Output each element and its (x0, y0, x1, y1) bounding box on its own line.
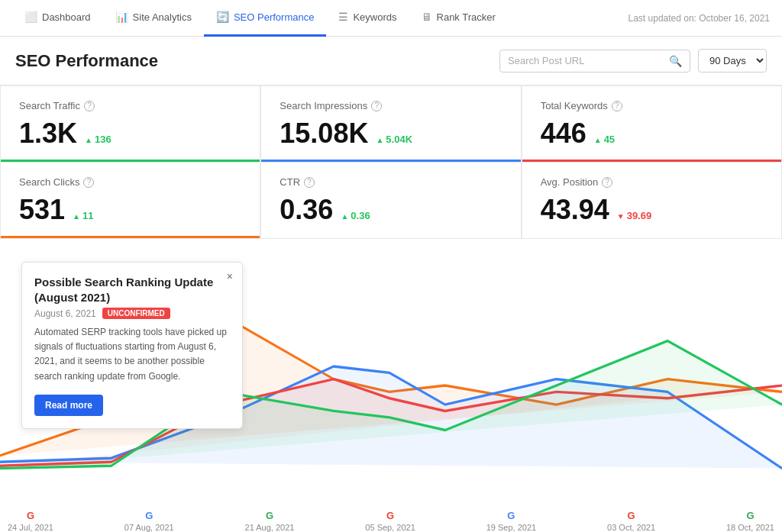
tab-dashboard[interactable]: ⬜ Dashboard (12, 0, 103, 37)
down-arrow-icon (617, 210, 625, 221)
ctr-change: 0.36 (341, 210, 370, 221)
g-marker-7: G (746, 510, 754, 521)
search-clicks-value: 531 11 (19, 194, 241, 226)
metrics-row1: Search Traffic ? 1.3K 136 Search Impress… (0, 85, 782, 162)
days-select[interactable]: 90 Days 30 Days 7 Days (698, 49, 767, 73)
tab-rank-tracker[interactable]: 🖥 Rank Tracker (409, 0, 508, 37)
metrics-row2: Search Clicks ? 531 11 CTR ? 0.36 0.36 (0, 162, 782, 239)
search-input[interactable] (508, 55, 663, 66)
popup-close-button[interactable]: × (227, 270, 233, 282)
popup-badge: UNCONFIRMED (102, 308, 170, 319)
tab-dashboard-label: Dashboard (42, 11, 91, 23)
avg-position-label: Avg. Position ? (541, 176, 763, 188)
g-marker-6: G (628, 510, 635, 521)
x-axis: G 24 Jul, 2021 G 07 Aug, 2021 G 21 Aug, … (8, 510, 774, 532)
g-marker-5: G (507, 510, 515, 521)
search-traffic-change: 136 (85, 134, 111, 145)
ctr-value: 0.36 0.36 (280, 194, 502, 226)
last-updated: Last updated on: October 16, 2021 (629, 13, 770, 24)
up-arrow-icon (341, 210, 348, 221)
page-header: SEO Performance 🔍 90 Days 30 Days 7 Days (0, 37, 782, 85)
page-title: SEO Performance (15, 51, 499, 71)
search-clicks-label: Search Clicks ? (19, 176, 241, 188)
x-label-3: G 21 Aug, 2021 (245, 510, 295, 532)
popup-title: Possible Search Ranking Update (August 2… (34, 275, 230, 305)
x-label-2: G 07 Aug, 2021 (124, 510, 174, 532)
popup-text: Automated SERP tracking tools have picke… (34, 325, 230, 384)
keywords-help[interactable]: ? (612, 101, 622, 111)
metric-search-impressions: Search Impressions ? 15.08K 5.04K (260, 85, 521, 162)
up-arrow-icon (376, 134, 383, 145)
x-label-7: G 18 Oct, 2021 (726, 510, 774, 532)
x-label-4: G 05 Sep, 2021 (365, 510, 415, 532)
total-keywords-label: Total Keywords ? (541, 100, 763, 111)
impressions-help[interactable]: ? (371, 101, 382, 111)
x-label-6: G 03 Oct, 2021 (607, 510, 655, 532)
search-traffic-value: 1.3K 136 (19, 118, 241, 150)
g-marker-4: G (386, 510, 394, 521)
ctr-label: CTR ? (280, 176, 502, 188)
g-marker-2: G (145, 510, 153, 521)
keywords-icon: ☰ (338, 11, 348, 23)
search-box[interactable]: 🔍 (499, 50, 690, 73)
g-marker-3: G (266, 510, 273, 521)
keywords-change: 45 (594, 134, 615, 145)
tab-keywords-label: Keywords (353, 11, 396, 23)
site-analytics-icon: 📊 (115, 11, 128, 23)
tab-site-analytics-label: Site Analytics (133, 11, 192, 23)
up-arrow-icon (85, 134, 92, 145)
top-nav: ⬜ Dashboard 📊 Site Analytics 🔄 SEO Perfo… (0, 0, 782, 37)
avg-pos-help[interactable]: ? (602, 177, 612, 188)
search-icon: 🔍 (669, 55, 682, 67)
popup-date: August 6, 2021 UNCONFIRMED (34, 308, 230, 319)
up-arrow-icon (594, 134, 602, 145)
search-impressions-value: 15.08K 5.04K (280, 118, 502, 150)
x-label-1: G 24 Jul, 2021 (8, 510, 53, 532)
metric-search-clicks: Search Clicks ? 531 11 (0, 163, 260, 239)
search-impressions-label: Search Impressions ? (280, 100, 502, 111)
app-container: ⬜ Dashboard 📊 Site Analytics 🔄 SEO Perfo… (0, 0, 782, 532)
metric-search-traffic: Search Traffic ? 1.3K 136 (0, 85, 260, 162)
impressions-change: 5.04K (376, 134, 412, 145)
g-marker-1: G (27, 510, 34, 521)
clicks-change: 11 (73, 210, 93, 221)
tab-seo-performance[interactable]: 🔄 SEO Performance (204, 0, 327, 37)
tab-seo-label: SEO Performance (234, 11, 315, 23)
metric-total-keywords: Total Keywords ? 446 45 (522, 85, 782, 162)
tab-rank-tracker-label: Rank Tracker (437, 11, 496, 23)
avg-pos-change: 39.69 (617, 210, 651, 221)
metric-ctr: CTR ? 0.36 0.36 (260, 163, 521, 239)
metric-avg-position: Avg. Position ? 43.94 39.69 (522, 163, 782, 239)
avg-position-value: 43.94 39.69 (541, 194, 763, 226)
search-traffic-label: Search Traffic ? (19, 100, 241, 111)
tab-keywords[interactable]: ☰ Keywords (326, 0, 409, 37)
header-controls: 🔍 90 Days 30 Days 7 Days (499, 49, 767, 73)
dashboard-icon: ⬜ (24, 11, 37, 23)
popup-card: × Possible Search Ranking Update (August… (21, 262, 243, 429)
x-label-5: G 19 Sep, 2021 (486, 510, 536, 532)
ctr-help[interactable]: ? (304, 177, 315, 188)
search-traffic-help[interactable]: ? (84, 101, 95, 111)
read-more-button[interactable]: Read more (34, 395, 103, 416)
up-arrow-icon (73, 210, 80, 221)
clicks-help[interactable]: ? (83, 177, 94, 188)
total-keywords-value: 446 45 (541, 118, 763, 150)
tab-site-analytics[interactable]: 📊 Site Analytics (103, 0, 204, 37)
chart-area: G 24 Jul, 2021 G 07 Aug, 2021 G 21 Aug, … (0, 239, 782, 532)
seo-icon: 🔄 (216, 11, 229, 23)
rank-tracker-icon: 🖥 (422, 11, 432, 23)
